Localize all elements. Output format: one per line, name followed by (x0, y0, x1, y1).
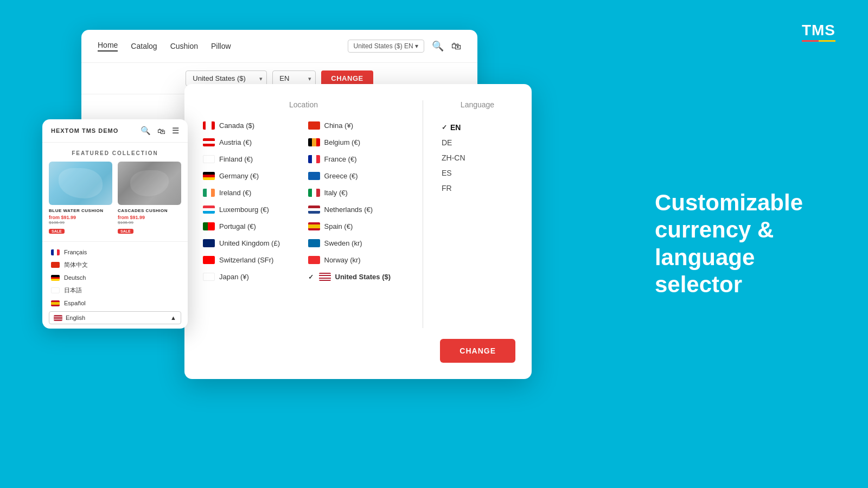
country-grid: Canada ($) China (¥) Austria (€) Belgium… (201, 120, 406, 282)
country-italy[interactable]: Italy (€) (306, 187, 407, 198)
modal-language-column: Language ✓ EN DE ZH-CN ES FR (423, 100, 532, 328)
us-checkmark: ✓ (308, 273, 314, 281)
country-belgium[interactable]: Belgium (€) (306, 137, 407, 148)
flag-spain (308, 222, 320, 230)
flag-uk (203, 239, 215, 247)
lang-en[interactable]: ✓ EN (439, 120, 515, 135)
country-japan-label: Japan (¥) (219, 273, 249, 281)
flag-sweden (308, 239, 320, 247)
lang-es[interactable]: ES (439, 165, 515, 181)
lang-es-label: ES (442, 169, 452, 177)
flag-luxembourg (203, 206, 215, 214)
country-greece-label: Greece (€) (324, 172, 358, 180)
currency-language-modal: Location Canada ($) China (¥) Austria (€… (184, 84, 532, 379)
country-greece[interactable]: Greece (€) (306, 170, 407, 182)
gray-cushion-image (118, 162, 181, 205)
mobile-navbar: HEXTOM TMS DEMO 🔍 🛍 ☰ (42, 119, 188, 143)
mobile-lang-de[interactable]: Deutsch (49, 272, 181, 284)
country-sweden-label: Sweden (kr) (324, 239, 362, 247)
product-1-price-new: from $91.99 (49, 215, 112, 220)
desktop-navbar: Home Catalog Cushion Pillow United State… (81, 30, 477, 63)
product-2-price-old: $106.99 (118, 220, 181, 225)
currency-lang-selector[interactable]: United States ($) EN ▾ (348, 40, 424, 53)
country-netherlands[interactable]: Netherlands (€) (306, 204, 407, 215)
country-norway[interactable]: Norway (kr) (306, 254, 407, 266)
language-title: Language (439, 100, 515, 109)
mobile-lang-de-label: Deutsch (64, 274, 86, 281)
country-sweden[interactable]: Sweden (kr) (306, 237, 407, 249)
blue-cushion-image (49, 162, 112, 205)
modal-columns: Location Canada ($) China (¥) Austria (€… (184, 100, 532, 328)
mobile-lang-zh[interactable]: 简体中文 (49, 258, 181, 272)
mobile-search-icon[interactable]: 🔍 (141, 126, 151, 136)
flag-finland (203, 155, 215, 163)
country-france[interactable]: France (€) (306, 153, 407, 165)
country-portugal[interactable]: Portugal (€) (201, 221, 302, 232)
mobile-lang-fr[interactable]: Français (49, 246, 181, 258)
product-2-name: CASCADES CUSHION (118, 208, 181, 213)
flag-netherlands (308, 206, 320, 214)
flag-switzerland (203, 256, 215, 264)
mobile-product-1: BLUE WATER CUSHION from $91.99 $106.99 S… (49, 162, 112, 235)
desktop-nav-right: United States ($) EN ▾ 🔍 🛍 (348, 40, 461, 53)
country-austria[interactable]: Austria (€) (201, 137, 302, 148)
flag-italy (308, 189, 320, 197)
flag-portugal (203, 222, 215, 230)
country-us[interactable]: ✓ United States ($) (306, 271, 407, 282)
lang-zh-cn-label: ZH-CN (442, 153, 465, 162)
flag-norway (308, 256, 320, 264)
mobile-brand: HEXTOM TMS DEMO (51, 127, 118, 134)
country-china-label: China (¥) (324, 121, 353, 130)
cart-icon[interactable]: 🛍 (451, 41, 461, 52)
mobile-flag-us (54, 315, 62, 321)
country-spain-label: Spain (€) (324, 222, 353, 230)
country-portugal-label: Portugal (€) (219, 222, 256, 230)
lang-de[interactable]: DE (439, 135, 515, 150)
nav-pillow[interactable]: Pillow (211, 42, 231, 50)
tms-underline (802, 40, 835, 42)
flag-belgium (308, 138, 320, 146)
flag-germany (203, 172, 215, 180)
lang-fr[interactable]: FR (439, 181, 515, 196)
country-france-label: France (€) (324, 155, 357, 163)
country-germany-label: Germany (€) (219, 172, 259, 180)
country-switzerland[interactable]: Switzerland (SFr) (201, 254, 302, 266)
change-button-modal[interactable]: CHANGE (440, 339, 515, 363)
country-japan[interactable]: Japan (¥) (201, 271, 302, 282)
country-germany[interactable]: Germany (€) (201, 170, 302, 182)
flag-france (308, 155, 320, 163)
tagline: Customizable currency & language selecto… (655, 189, 803, 299)
country-us-label: United States ($) (335, 273, 391, 281)
lang-de-label: DE (442, 138, 452, 147)
country-switzerland-label: Switzerland (SFr) (219, 256, 273, 264)
nav-cushion[interactable]: Cushion (170, 42, 198, 50)
product-1-name: BLUE WATER CUSHION (49, 208, 112, 213)
mobile-menu-icon[interactable]: ☰ (172, 126, 179, 136)
country-austria-label: Austria (€) (219, 138, 252, 146)
nav-home[interactable]: Home (98, 41, 118, 52)
search-icon[interactable]: 🔍 (432, 40, 444, 52)
country-uk[interactable]: United Kingdom (£) (201, 237, 302, 249)
nav-catalog[interactable]: Catalog (131, 42, 157, 50)
country-finland[interactable]: Finland (€) (201, 153, 302, 165)
country-luxembourg[interactable]: Luxembourg (€) (201, 204, 302, 215)
mobile-lang-es[interactable]: Español (49, 297, 181, 309)
language-list: ✓ EN DE ZH-CN ES FR (439, 120, 515, 196)
country-ireland-label: Ireland (€) (219, 189, 251, 197)
flag-canada (203, 121, 215, 130)
country-china[interactable]: China (¥) (306, 120, 407, 131)
mobile-cart-icon[interactable]: 🛍 (157, 126, 165, 136)
country-spain[interactable]: Spain (€) (306, 221, 407, 232)
lang-zh-cn[interactable]: ZH-CN (439, 150, 515, 165)
mobile-lang-ja[interactable]: 日本語 (49, 284, 181, 297)
flag-austria (203, 138, 215, 146)
flag-china (308, 121, 320, 130)
lang-en-label: EN (450, 123, 461, 132)
mobile-card: HEXTOM TMS DEMO 🔍 🛍 ☰ FEATURED COLLECTIO… (42, 119, 188, 329)
country-canada[interactable]: Canada ($) (201, 120, 302, 131)
country-ireland[interactable]: Ireland (€) (201, 187, 302, 198)
mobile-flag-jp (51, 287, 60, 293)
location-title: Location (201, 100, 406, 109)
modal-footer: CHANGE (184, 328, 532, 363)
mobile-lang-english-dropdown[interactable]: English ▲ (49, 311, 181, 324)
